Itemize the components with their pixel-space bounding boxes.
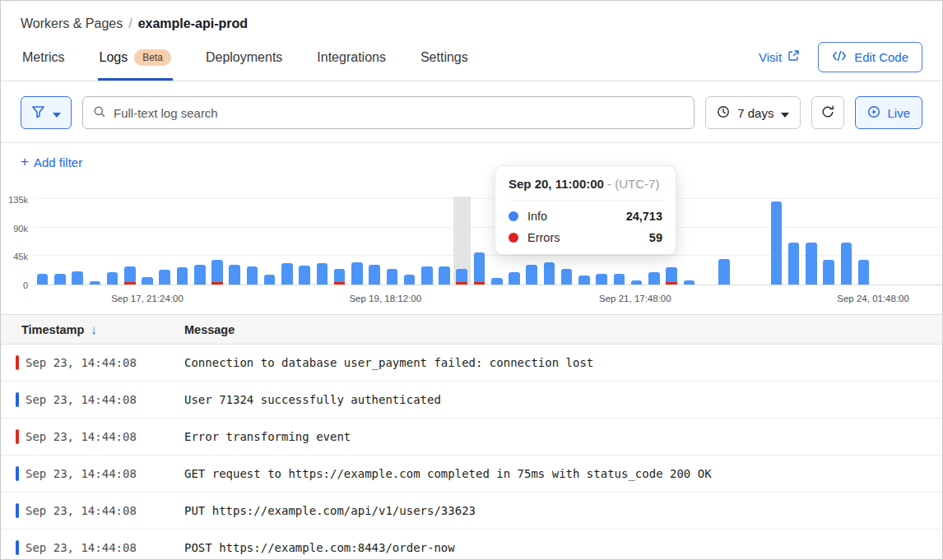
chart-bar[interactable]	[156, 197, 174, 285]
log-row-error[interactable]: Sep 23, 14:44:08Connection to database u…	[1, 345, 942, 382]
tab-metrics[interactable]: Metrics	[21, 40, 67, 80]
chart-bar[interactable]	[191, 197, 208, 285]
tab-label: Settings	[420, 50, 468, 65]
chart-bar[interactable]	[104, 197, 121, 285]
chart-bar[interactable]	[86, 197, 104, 285]
chart-bar[interactable]	[138, 197, 156, 285]
visit-label: Visit	[759, 50, 782, 64]
x-axis-tick-label: Sep 24, 01:48:00	[837, 294, 909, 303]
table-header: Timestamp ↓ Message	[1, 314, 942, 345]
column-header-timestamp[interactable]: Timestamp ↓	[1, 322, 184, 336]
chart-bar-hovered[interactable]	[453, 197, 471, 285]
refresh-button[interactable]	[811, 96, 844, 129]
chart-bar[interactable]	[838, 197, 855, 285]
chart-bar[interactable]	[331, 197, 348, 285]
chart-bar[interactable]	[785, 197, 802, 285]
chart-y-axis: 135k90k45k0	[1, 197, 28, 285]
chart-bar[interactable]	[820, 197, 838, 285]
y-axis-tick-label: 90k	[13, 224, 28, 234]
search-input[interactable]	[114, 106, 684, 120]
time-range-dropdown[interactable]: 7 days	[705, 96, 801, 129]
x-axis-tick-label: Sep 17, 21:24:00	[111, 294, 183, 303]
plus-icon: +	[21, 154, 29, 170]
log-row-info[interactable]: Sep 23, 14:44:08PUT https://example.com/…	[1, 493, 942, 530]
search-icon	[93, 105, 106, 121]
log-row-info[interactable]: Sep 23, 14:44:08User 71324 successfully …	[1, 382, 942, 419]
chart-bar[interactable]	[365, 197, 383, 285]
chart-bar[interactable]	[401, 197, 418, 285]
chart-bar[interactable]	[34, 197, 51, 285]
tooltip-time: Sep 20, 11:00:00	[509, 177, 604, 191]
tooltip-series-row: Errors59	[509, 231, 662, 244]
tab-deployments[interactable]: Deployments	[204, 40, 284, 80]
divider	[1, 142, 942, 143]
add-filter-button[interactable]: + Add filter	[1, 143, 102, 180]
chart-bar[interactable]	[296, 197, 314, 285]
chart-bar[interactable]	[855, 197, 872, 285]
chart-bar[interactable]	[383, 197, 401, 285]
timestamp-header-label: Timestamp	[21, 323, 84, 336]
chart-bar[interactable]	[802, 197, 820, 285]
log-row-info[interactable]: Sep 23, 14:44:08POST https://example.com…	[1, 530, 942, 560]
chart-bar[interactable]	[68, 197, 86, 285]
add-filter-label: Add filter	[34, 155, 82, 169]
chart-bar[interactable]	[435, 197, 453, 285]
live-label: Live	[887, 106, 910, 120]
chart-bar[interactable]	[226, 197, 244, 285]
log-timestamp: Sep 23, 14:44:08	[19, 504, 184, 517]
live-button[interactable]: Live	[855, 96, 922, 129]
tab-settings[interactable]: Settings	[419, 40, 470, 80]
chart-bar[interactable]	[314, 197, 331, 285]
breadcrumb-parent[interactable]: Workers & Pages	[21, 16, 123, 31]
tooltip-series-value: 59	[649, 231, 662, 244]
visit-link[interactable]: Visit	[759, 49, 800, 64]
info-dot-icon	[509, 211, 518, 221]
breadcrumb-separator: /	[128, 16, 132, 31]
errors-dot-icon	[509, 233, 518, 243]
tooltip-timezone: - (UTC-7)	[607, 177, 659, 191]
filter-dropdown-button[interactable]	[21, 96, 72, 129]
code-icon	[832, 50, 847, 64]
chart-bar[interactable]	[278, 197, 295, 285]
chart-bar[interactable]	[208, 197, 225, 285]
y-axis-tick-label: 0	[23, 280, 28, 290]
chart-bar[interactable]	[715, 197, 732, 285]
chart-bar[interactable]	[768, 197, 785, 285]
chart-bar[interactable]	[244, 197, 261, 285]
chart-bar	[908, 197, 925, 285]
chart-x-axis: Sep 17, 21:24:00Sep 19, 18:12:00Sep 21, …	[34, 289, 942, 303]
chart-bar[interactable]	[471, 197, 488, 285]
tab-integrations[interactable]: Integrations	[315, 40, 388, 80]
chart-bar	[925, 197, 942, 285]
breadcrumb-current: example-api-prod	[138, 16, 248, 31]
tooltip-series-value: 24,713	[626, 210, 662, 223]
sort-desc-icon[interactable]: ↓	[91, 322, 97, 336]
log-timestamp: Sep 23, 14:44:08	[19, 356, 184, 369]
edit-code-button[interactable]: Edit Code	[818, 42, 922, 72]
chart-bar	[750, 197, 768, 285]
tab-logs[interactable]: LogsBeta	[98, 39, 173, 81]
chart-bar[interactable]	[261, 197, 278, 285]
chevron-down-icon	[53, 106, 61, 120]
tab-label: Metrics	[22, 50, 65, 65]
chart-bar	[732, 197, 750, 285]
x-axis-tick-label: Sep 19, 18:12:00	[349, 294, 421, 303]
log-row-error[interactable]: Sep 23, 14:44:08Error transforming event	[1, 419, 942, 456]
play-circle-icon	[867, 105, 880, 121]
chart-bar[interactable]	[348, 197, 365, 285]
log-row-info[interactable]: Sep 23, 14:44:08GET request to https://e…	[1, 456, 942, 493]
chart-bar[interactable]	[418, 197, 435, 285]
log-message: User 71324 successfully authenticated	[184, 393, 441, 406]
chart-plot-area	[34, 197, 942, 285]
chart-bar[interactable]	[174, 197, 191, 285]
chart-bar[interactable]	[51, 197, 68, 285]
y-axis-tick-label: 45k	[13, 252, 28, 261]
log-table: Timestamp ↓ Message Sep 23, 14:44:08Conn…	[1, 314, 942, 560]
beta-badge: Beta	[134, 49, 171, 66]
tab-bar: MetricsLogsBetaDeploymentsIntegrationsSe…	[1, 39, 942, 81]
edit-code-label: Edit Code	[854, 50, 908, 64]
chart-bar[interactable]	[681, 197, 698, 285]
chart-bar[interactable]	[121, 197, 138, 285]
log-message: POST https://example.com:8443/order-now	[184, 541, 455, 554]
chart-bar	[872, 197, 890, 285]
